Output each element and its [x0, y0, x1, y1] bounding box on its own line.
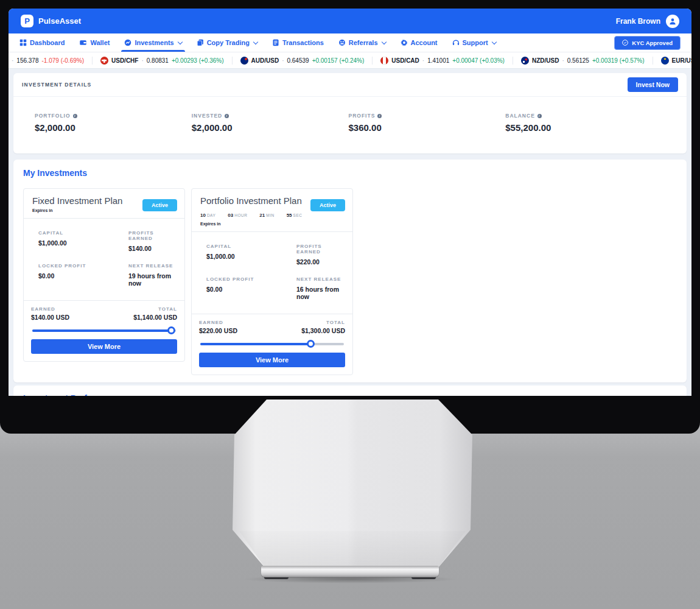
main-content: INVESTMENT DETAILS Invest Now PORTFOLIOi…: [9, 69, 691, 396]
field-label: LOCKED PROFIT: [38, 263, 128, 269]
nzdusd-flag-icon: [521, 57, 529, 65]
earnings-progress-slider[interactable]: [32, 326, 176, 334]
field-capital: CAPITAL $1,000.00: [206, 244, 296, 266]
nav-label: Investments: [135, 39, 173, 46]
field-label: PROFITS EARNED: [128, 230, 178, 241]
earned-label: EARNED: [31, 306, 69, 312]
ticker-price: 0.56125: [567, 57, 589, 64]
nav-label: Support: [463, 39, 488, 46]
nav-item-wallet[interactable]: Wallet: [79, 33, 110, 52]
nav-item-account[interactable]: Account: [401, 33, 438, 52]
stat-profits: PROFITSi $360.00: [349, 113, 506, 133]
app-header: P PulseAsset Frank Brown: [9, 9, 691, 33]
ticker-sep: ·: [282, 57, 284, 64]
headset-icon: [452, 39, 460, 46]
ticker-item[interactable]: USD/CAD · 1.41001 +0.00047 (+0.03%): [372, 57, 513, 65]
nav-item-referrals[interactable]: Referrals: [338, 33, 386, 52]
plan-card-portfolio: Portfolio Investment Plan 10DAY 03HOUR 2…: [191, 188, 353, 375]
eurusd-flag-icon: [661, 57, 669, 65]
nav-label: Copy Trading: [207, 39, 250, 46]
field-value: $140.00: [128, 245, 178, 252]
usdcad-flag-icon: [380, 57, 388, 65]
ticker-change: +0.00047 (+0.03%): [452, 57, 505, 64]
nav-item-support[interactable]: Support: [452, 33, 496, 52]
transactions-icon: [272, 39, 279, 46]
status-badge[interactable]: Active: [142, 199, 177, 211]
investment-details-card: INVESTMENT DETAILS Invest Now PORTFOLIOi…: [13, 73, 687, 153]
field-capital: CAPITAL $1,000.00: [38, 230, 128, 252]
info-icon[interactable]: i: [377, 114, 382, 118]
nav-label: Dashboard: [30, 39, 65, 46]
earned-value: $220.00 USD: [199, 327, 237, 334]
user-avatar[interactable]: [666, 15, 679, 28]
nav-item-copy-trading[interactable]: Copy Trading: [197, 33, 257, 52]
ticker-price: 0.64539: [287, 57, 309, 64]
investment-details-title: INVESTMENT DETAILS: [22, 82, 91, 88]
slider-thumb[interactable]: [307, 340, 315, 348]
ticker-price: 1.41001: [427, 57, 449, 64]
user-name[interactable]: Frank Brown: [616, 17, 660, 26]
status-badge[interactable]: Active: [310, 199, 345, 211]
stat-balance: BALANCEi $55,200.00: [505, 113, 662, 133]
ticker-pair: USD/CHF: [111, 57, 138, 64]
countdown-unit: SEC: [293, 213, 303, 217]
expires-label: Expires in: [200, 222, 345, 226]
investments-icon: [124, 39, 131, 46]
brand-logo-icon[interactable]: P: [21, 15, 33, 27]
ticker-change: +0.00293 (+0.36%): [172, 57, 224, 64]
field-label: NEXT RELEASE: [128, 263, 178, 269]
countdown-value: 21: [259, 213, 265, 218]
ticker-pair: AUD/USD: [251, 57, 279, 64]
chevron-down-icon: [253, 39, 258, 44]
nav-label: Wallet: [90, 39, 110, 46]
countdown-unit: HOUR: [234, 213, 247, 217]
total-value: $1,140.00 USD: [133, 314, 177, 321]
nav-item-investments[interactable]: Investments: [124, 33, 181, 52]
ticker-change: -1.079 (-0.69%): [42, 57, 84, 64]
copy-icon: [197, 39, 204, 46]
slider-thumb[interactable]: [167, 326, 175, 334]
ticker-item[interactable]: NZD/USD · 0.56125 +0.00319 (+0.57%): [513, 57, 653, 65]
countdown-unit: DAY: [207, 213, 215, 217]
info-icon[interactable]: i: [537, 114, 542, 118]
countdown-value: 55: [287, 213, 292, 218]
ticker-pair: NZD/USD: [532, 57, 559, 64]
earnings-progress-slider[interactable]: [200, 340, 344, 348]
ticker-item[interactable]: AUD/USD · 0.64539 +0.00157 (+0.24%): [232, 57, 373, 65]
slider-fill: [32, 329, 172, 332]
total-label: TOTAL: [301, 320, 345, 325]
field-profits-earned: PROFITS EARNED $140.00: [128, 230, 178, 252]
stat-value: $55,200.00: [505, 122, 662, 133]
nav-item-transactions[interactable]: Transactions: [272, 33, 324, 52]
total-group: TOTAL $1,140.00 USD: [133, 306, 177, 321]
view-more-button[interactable]: View More: [199, 353, 345, 367]
referrals-icon: [338, 39, 346, 46]
info-icon[interactable]: i: [225, 114, 229, 118]
nav-item-dashboard[interactable]: Dashboard: [19, 33, 65, 52]
info-icon[interactable]: i: [73, 114, 77, 118]
brand-name[interactable]: PulseAsset: [38, 16, 81, 26]
ticker-sep: ·: [141, 57, 143, 64]
stats-row: PORTFOLIOi $2,000.00 INVESTEDi $2,000.00…: [13, 97, 687, 153]
ticker-price: 0.80831: [147, 57, 169, 64]
field-locked-profit: LOCKED PROFIT $0.00: [38, 263, 128, 287]
chevron-down-icon: [177, 39, 182, 44]
field-label: NEXT RELEASE: [296, 276, 346, 282]
ticker-item[interactable]: USD/CHF · 0.80831 +0.00293 (+0.36%): [92, 57, 232, 65]
earned-label: EARNED: [199, 320, 237, 325]
invest-now-button[interactable]: Invest Now: [628, 77, 678, 92]
view-more-button[interactable]: View More: [31, 339, 177, 354]
ticker-sep: ·: [562, 57, 564, 64]
earned-group: EARNED $140.00 USD: [31, 306, 69, 321]
ticker-item[interactable]: EUR/USD · 1.15155 -0.00114 (-0.10%): [653, 57, 691, 65]
stat-value: $2,000.00: [35, 122, 192, 133]
stat-value: $2,000.00: [192, 122, 349, 133]
ticker-item[interactable]: · 156.378 -1.079 (-0.69%): [9, 57, 92, 64]
dashboard-grid-icon: [19, 39, 27, 46]
stat-portfolio: PORTFOLIOi $2,000.00: [35, 113, 192, 133]
stat-label: INVESTED: [192, 113, 223, 119]
kyc-approved-button[interactable]: KYC Approved: [614, 36, 681, 50]
earned-value: $140.00 USD: [31, 314, 69, 321]
field-value: 19 hours from now: [128, 272, 178, 287]
kyc-check-icon: [622, 40, 628, 46]
